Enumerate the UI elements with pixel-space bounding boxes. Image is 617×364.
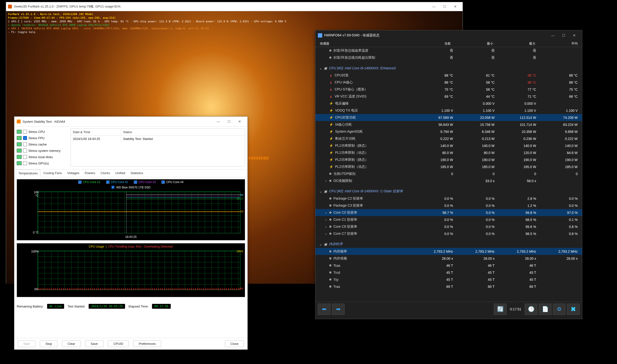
- legend-check-core2[interactable]: ✓: [106, 181, 110, 184]
- sensor-row[interactable]: 🌡CPU封装88 °C61 °C98 °C88 °C: [315, 72, 582, 79]
- expand-left-button[interactable]: ⬅: [318, 304, 330, 315]
- legend-check-core4[interactable]: ✓: [162, 181, 165, 184]
- tab-statistics[interactable]: Statistics: [128, 169, 146, 177]
- tab-powers[interactable]: Powers: [82, 169, 98, 177]
- val-min: 0.213 W: [457, 137, 499, 141]
- sensor-name: CPU IA核心: [335, 80, 353, 85]
- sensor-row[interactable]: ›Core C7 驻留率0.0 %0.0 %98.5 %0.8 %: [315, 230, 582, 237]
- refresh-button[interactable]: 🔄: [494, 304, 507, 315]
- collapse-right-button[interactable]: ➡: [332, 304, 344, 315]
- sensor-row[interactable]: 内存倍频28.00 x28.00 x28.00 x28.00 x: [315, 255, 582, 262]
- close-button[interactable]: Close: [225, 340, 244, 347]
- val-avg: 28.00 x: [540, 257, 582, 260]
- sensor-row[interactable]: ⚡System Agent功耗9.794 W6.346 W10.358 W9.8…: [315, 128, 582, 135]
- preferences-button[interactable]: Preferences: [133, 340, 161, 347]
- close-button[interactable]: ✕: [569, 32, 580, 39]
- save-button[interactable]: Save: [85, 340, 103, 347]
- maximize-button[interactable]: ☐: [558, 32, 569, 39]
- val-min: 0.0 %: [457, 232, 499, 236]
- sensor-row[interactable]: ⚡PL1功率限制（静态）140.0 W140.0 W140.0 W140.0 W: [315, 142, 582, 149]
- sensor-row[interactable]: ›Core C1 驻留率0.0 %0.0 %68.5 %0.1 %: [315, 216, 582, 223]
- clear-button[interactable]: Clear: [62, 340, 81, 347]
- clock-button[interactable]: 🕒: [525, 304, 537, 315]
- tab-clocks[interactable]: Clocks: [98, 169, 112, 177]
- settings-button[interactable]: ⚙: [553, 304, 565, 315]
- sensor-row[interactable]: 内存频率2,793.2 MHz2,793.2 MHz2,793.2 MHz2,7…: [315, 248, 582, 255]
- close-button[interactable]: ✕: [234, 118, 245, 125]
- cpuid-button[interactable]: CPUID: [108, 340, 129, 347]
- sensor-row[interactable]: 🌡CPU IA核心88 °C58 °C98 °C88 °C: [315, 79, 582, 86]
- close-button[interactable]: ✕: [450, 3, 461, 10]
- sensor-row[interactable]: ⚡PL2功率限制（静态）190.0 W190.0 W190.0 W190.0 W: [315, 156, 582, 163]
- val-current: 否: [416, 49, 457, 53]
- col-min[interactable]: 最小: [455, 41, 497, 46]
- sensor-row[interactable]: ›Core C0 驻留率98.7 %0.0 %99.8 %97.0 %: [315, 209, 582, 216]
- sensor-row[interactable]: Package C3 驻留率0.0 %0.0 %1.2 %0.0 %: [315, 202, 582, 209]
- checkbox-stress-fpu[interactable]: ✓: [23, 136, 27, 140]
- sensor-row[interactable]: 封装/环形总线功耗超出限制否否否: [315, 54, 582, 61]
- col-max[interactable]: 最大: [497, 41, 540, 46]
- sensor-row[interactable]: ⚡电压偏移0.000 V0.000 V: [315, 100, 582, 107]
- aida64-titlebar[interactable]: System Stability Test - AIDA64 — ☐ ✕: [14, 117, 247, 127]
- maximize-button[interactable]: ☐: [439, 3, 450, 10]
- maximize-button[interactable]: ☐: [224, 118, 234, 125]
- furmark-titlebar[interactable]: Geeks3D FurMark v1.25.1.0 - 254FPS, GPU1…: [6, 2, 463, 11]
- sensor-row[interactable]: ⚡PL1功率限制（动态）80.0 W80.0 W120.0 W84.8 W: [315, 149, 582, 156]
- hwinfo-rows[interactable]: 封装/环形总线临界温度否否否封装/环形总线功耗超出限制否否否⌄▣CPU [#0]…: [315, 47, 582, 302]
- sensor-row[interactable]: ⚡PL2功率限制（动态）185.0 W185.0 W185.0 W185.0 W: [315, 163, 582, 170]
- sensor-row[interactable]: Trcd45 T45 T45 T: [315, 269, 582, 276]
- chart-grid: [38, 251, 240, 290]
- stop-button[interactable]: Stop: [40, 340, 57, 347]
- legend-cpu-usage: CPU Usage: [89, 245, 104, 248]
- minimize-button[interactable]: —: [548, 32, 558, 39]
- sensor-row[interactable]: ⚡剩余芯片功耗0.222 W0.213 W0.236 W0.222 W: [315, 135, 582, 142]
- sensor-section[interactable]: ⌄▣CPU [#0]: Intel Core i9-14900HX: Enhan…: [315, 65, 582, 72]
- sensor-row[interactable]: Package C2 驻留率0.0 %0.0 %2.8 %0.0 %: [315, 195, 582, 202]
- val-current: 89 T: [416, 285, 457, 289]
- sensor-row[interactable]: ⚡VDDQ TX 电压1.100 V1.100 V1.100 V1.100 V: [315, 107, 582, 114]
- sensor-row[interactable]: Tras89 T89 T89 T: [315, 283, 582, 290]
- sensor-name: 剩余芯片功耗: [335, 137, 356, 141]
- checkbox-stress-cpu[interactable]: [23, 130, 27, 134]
- sensor-row[interactable]: ⚡IA核心功耗56.643 W15.756 W101.714 W63.224 W: [315, 121, 582, 128]
- sensor-row[interactable]: ›OC倍频限制33.0 x58.0 x: [315, 177, 582, 184]
- log-button[interactable]: 📄: [539, 304, 551, 315]
- col-current[interactable]: 当前: [413, 41, 455, 46]
- tab-temperatures[interactable]: Temperatures: [16, 169, 40, 177]
- tab-unified[interactable]: Unified: [113, 169, 127, 177]
- checkbox-stress-gpus[interactable]: [23, 161, 27, 165]
- legend-check-ssd[interactable]: ✓: [111, 186, 114, 189]
- col-sensor[interactable]: 传感器: [315, 41, 413, 46]
- aida64-app-icon: [17, 119, 21, 123]
- sensor-row[interactable]: ›Core C6 驻留率0.0 %0.0 %99.6 %0.8 %: [315, 223, 582, 230]
- val-min: 1.100 V: [457, 109, 499, 113]
- sensor-section[interactable]: ⌄▣CPU [#0]: Intel Core i9-14900HX: C-Sta…: [315, 188, 582, 195]
- overlay-line: - F1: toggle help: [8, 31, 286, 34]
- minimize-button[interactable]: —: [213, 118, 224, 125]
- checkbox-stress-cache[interactable]: [23, 142, 27, 146]
- tab-voltages[interactable]: Voltages: [65, 169, 82, 177]
- sensor-name: OC倍频限制: [333, 179, 352, 183]
- checkbox-stress-localdisks[interactable]: [23, 155, 27, 159]
- sensor-row[interactable]: Tcas46 T46 T46 T: [315, 262, 582, 269]
- sensor-row[interactable]: 封装/环形总线临界温度否否否: [315, 47, 582, 54]
- sensor-row[interactable]: ⚡CPU封装功耗67.569 W23.058 W112.514 W74.208 …: [315, 114, 582, 121]
- sensor-row[interactable]: Trp45 T45 T45 T: [315, 276, 582, 283]
- legend-check-core3[interactable]: ✓: [134, 181, 137, 184]
- checkbox-stress-sysmem[interactable]: [23, 149, 27, 153]
- sensor-row[interactable]: 🌡VR VCC 温度 (SVID)69 °C44 °C71 °C68 °C: [315, 93, 582, 100]
- hwinfo-titlebar[interactable]: HWiNFO64 v7.69-5340 - 传感器状态 — ☐ ✕: [315, 30, 582, 40]
- val-min: 0.0 %: [457, 218, 499, 222]
- label-started: Test Started:: [68, 305, 85, 308]
- val-max: 45 T: [499, 278, 540, 282]
- tab-cooling-fans[interactable]: Cooling Fans: [41, 169, 64, 177]
- minimize-button[interactable]: —: [429, 3, 439, 10]
- sensor-section[interactable]: ⌄▣内存时序: [315, 241, 582, 248]
- col-avg[interactable]: 平均: [540, 41, 582, 46]
- quit-button[interactable]: ✖: [567, 304, 580, 315]
- start-button[interactable]: Start: [18, 340, 35, 347]
- sensor-row[interactable]: 当前cTDP级别0000: [315, 170, 582, 177]
- val-min: 58 °C: [457, 88, 499, 91]
- sensor-row[interactable]: 🌡CPU GT核心（图形）75 °C58 °C77 °C75 °C: [315, 86, 582, 93]
- legend-check-core1[interactable]: ✓: [78, 181, 82, 184]
